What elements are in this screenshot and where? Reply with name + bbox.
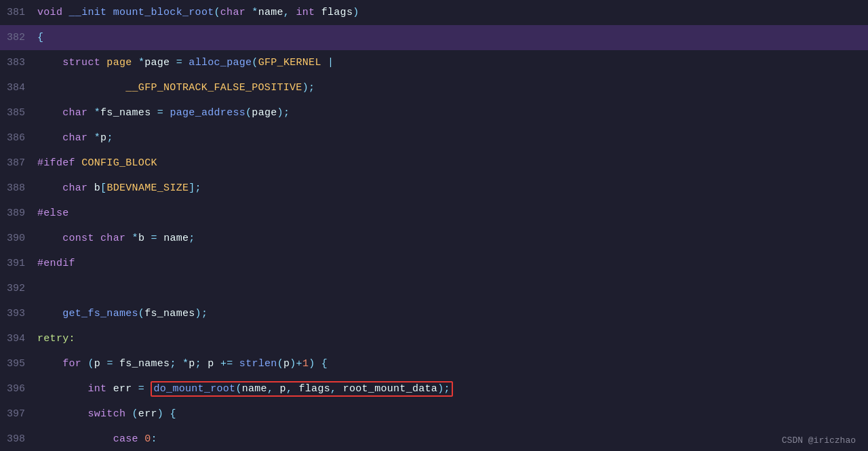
line-content: #endif <box>37 258 868 269</box>
line-content <box>37 283 868 294</box>
line-content: char *p; <box>37 132 868 144</box>
line-content: { <box>37 32 868 43</box>
line-content: struct page *page = alloc_page(GFP_KERNE… <box>37 57 868 68</box>
code-line-392: 392 <box>0 276 868 301</box>
line-number: 386 <box>0 132 37 144</box>
line-content: __GFP_NOTRACK_FALSE_POSITIVE); <box>37 82 868 94</box>
code-line-386: 386 char *p; <box>0 125 868 151</box>
line-number: 384 <box>0 82 37 94</box>
code-line-397: 397 switch (err) { <box>0 401 868 427</box>
watermark: CSDN @iriczhao <box>782 435 856 446</box>
code-editor: 381 void __init mount_block_root(char *n… <box>0 0 868 451</box>
line-number: 391 <box>0 258 37 269</box>
line-number: 393 <box>0 308 37 319</box>
line-content: retry: <box>37 333 868 345</box>
line-number: 389 <box>0 208 37 219</box>
line-content: const char *b = name; <box>37 233 868 244</box>
line-number: 392 <box>0 283 37 294</box>
line-number: 382 <box>0 32 37 43</box>
code-line-385: 385 char *fs_names = page_address(page); <box>0 100 868 125</box>
line-content: void __init mount_block_root(char *name,… <box>37 7 868 18</box>
line-number: 383 <box>0 57 37 68</box>
line-content: int err = do_mount_root(name, p, flags, … <box>37 383 868 395</box>
code-line-387: 387 #ifdef CONFIG_BLOCK <box>0 151 868 176</box>
line-content: char b[BDEVNAME_SIZE]; <box>37 182 868 194</box>
line-content: case 0: <box>37 433 868 445</box>
line-number: 395 <box>0 358 37 370</box>
code-line-389: 389 #else <box>0 201 868 226</box>
line-content: #ifdef CONFIG_BLOCK <box>37 157 868 169</box>
line-number: 398 <box>0 433 37 445</box>
code-line-382: 382 { <box>0 25 868 50</box>
line-content: get_fs_names(fs_names); <box>37 308 868 319</box>
line-content: switch (err) { <box>37 408 868 420</box>
code-line-394: 394 retry: <box>0 326 868 351</box>
code-line-381: 381 void __init mount_block_root(char *n… <box>0 0 868 25</box>
code-line-390: 390 const char *b = name; <box>0 226 868 251</box>
line-number: 396 <box>0 383 37 395</box>
line-number: 394 <box>0 333 37 345</box>
line-number: 388 <box>0 182 37 194</box>
code-line-383: 383 struct page *page = alloc_page(GFP_K… <box>0 50 868 75</box>
line-content: #else <box>37 208 868 219</box>
line-content: for (p = fs_names; *p; p += strlen(p)+1)… <box>37 358 868 370</box>
line-number: 387 <box>0 157 37 169</box>
code-line-391: 391 #endif <box>0 251 868 276</box>
code-line-384: 384 __GFP_NOTRACK_FALSE_POSITIVE); <box>0 75 868 100</box>
line-number: 390 <box>0 233 37 244</box>
code-line-396: 396 int err = do_mount_root(name, p, fla… <box>0 376 868 401</box>
line-content: char *fs_names = page_address(page); <box>37 107 868 119</box>
code-line-388: 388 char b[BDEVNAME_SIZE]; <box>0 176 868 201</box>
code-line-395: 395 for (p = fs_names; *p; p += strlen(p… <box>0 351 868 376</box>
code-line-393: 393 get_fs_names(fs_names); <box>0 301 868 326</box>
highlighted-code-box: do_mount_root(name, p, flags, root_mount… <box>151 381 452 397</box>
line-number: 385 <box>0 107 37 119</box>
code-line-398: 398 case 0: <box>0 427 868 451</box>
line-number: 397 <box>0 408 37 420</box>
line-number: 381 <box>0 7 37 18</box>
